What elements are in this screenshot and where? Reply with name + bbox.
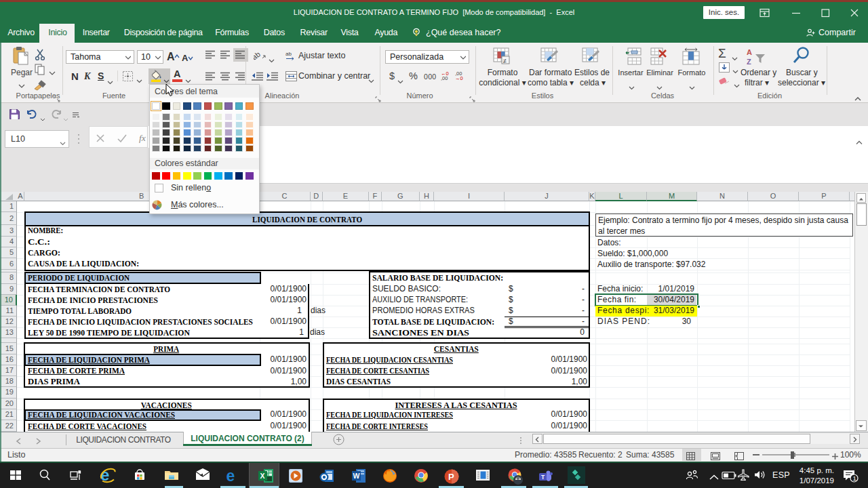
svg-text:T: T xyxy=(541,474,545,481)
svg-text:,00: ,00 xyxy=(441,75,448,81)
svg-text:W: W xyxy=(353,472,360,480)
svg-text:X: X xyxy=(260,472,265,480)
svg-text:P: P xyxy=(448,472,454,482)
svg-text:ab: ab xyxy=(254,50,262,61)
svg-text:≠: ≠ xyxy=(503,58,507,64)
svg-text:ab: ab xyxy=(285,51,292,57)
svg-text:e: e xyxy=(226,467,235,485)
svg-text:A: A xyxy=(747,48,752,56)
svg-text:→0: →0 xyxy=(455,75,463,81)
svg-text:1: 1 xyxy=(853,474,856,482)
svg-text:Z: Z xyxy=(747,58,751,66)
